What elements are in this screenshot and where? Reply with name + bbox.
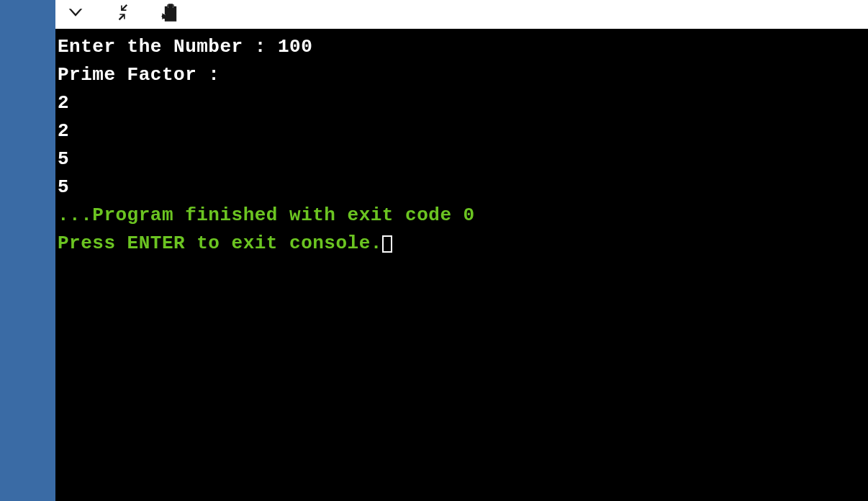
main-area: Enter the Number : 100 Prime Factor : 2 …	[55, 0, 868, 501]
sidebar	[0, 0, 55, 501]
console-line: 5	[58, 145, 866, 173]
console-line: 2	[58, 117, 866, 145]
console-output[interactable]: Enter the Number : 100 Prime Factor : 2 …	[55, 29, 868, 501]
console-line: 5	[58, 173, 866, 202]
console-status: Press ENTER to exit console.	[58, 230, 866, 258]
toolbar	[55, 0, 868, 29]
collapse-icon[interactable]	[113, 3, 133, 27]
console-line: 2	[58, 89, 866, 117]
console-line: Prime Factor :	[58, 61, 866, 89]
console-status: ...Program finished with exit code 0	[58, 202, 866, 230]
chevron-down-icon[interactable]	[65, 3, 86, 27]
svg-rect-0	[168, 4, 173, 8]
clipboard-icon[interactable]	[161, 3, 181, 27]
cursor-icon	[382, 235, 392, 253]
console-line: Enter the Number : 100	[58, 33, 866, 61]
